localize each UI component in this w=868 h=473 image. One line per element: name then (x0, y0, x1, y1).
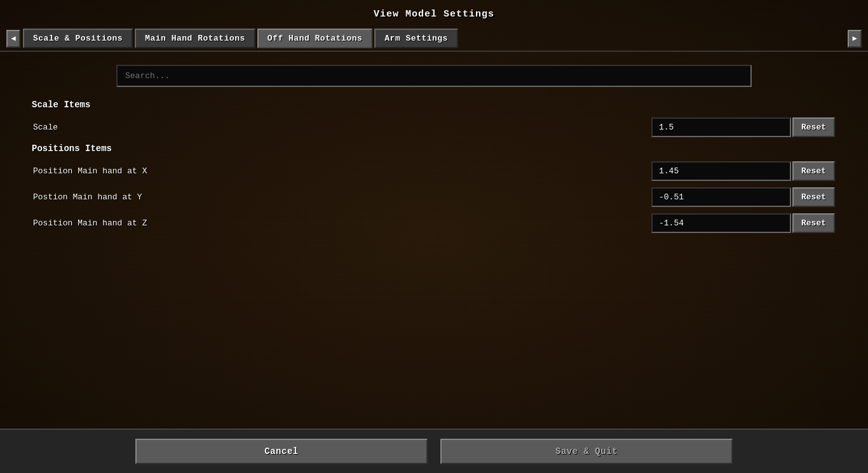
position-z-input[interactable] (651, 213, 791, 233)
window-title: View Model Settings (0, 0, 868, 26)
position-x-input[interactable] (651, 161, 791, 181)
search-input[interactable] (116, 65, 752, 87)
position-y-label: Postion Main hand at Y (33, 192, 651, 202)
scale-controls: Reset (651, 117, 835, 137)
save-quit-button[interactable]: Save & Quit (440, 439, 733, 464)
scale-setting-row: Scale Reset (32, 117, 836, 137)
tab-off-hand-rotations[interactable]: Off Hand Rotations (257, 29, 372, 48)
tab-main-hand-rotations[interactable]: Main Hand Rotations (135, 29, 255, 48)
position-y-reset-button[interactable]: Reset (792, 187, 835, 207)
positions-section: Positions Items Position Main hand at X … (32, 143, 836, 233)
position-z-controls: Reset (651, 213, 835, 233)
position-x-controls: Reset (651, 161, 835, 181)
tab-scale-positions[interactable]: Scale & Positions (23, 29, 133, 48)
tab-arm-settings[interactable]: Arm Settings (374, 29, 458, 48)
search-container (32, 65, 836, 87)
tab-nav-left-arrow[interactable]: ◀ (6, 30, 20, 48)
app-container: View Model Settings ◀ Scale & Positions … (0, 0, 868, 473)
tabs-container: Scale & Positions Main Hand Rotations Of… (23, 29, 845, 48)
scale-section: Scale Items Scale Reset (32, 100, 836, 137)
tab-nav-right-arrow[interactable]: ▶ (848, 30, 862, 48)
scale-label: Scale (33, 123, 651, 132)
position-y-input[interactable] (651, 187, 791, 207)
position-x-label: Position Main hand at X (33, 166, 651, 176)
scale-reset-button[interactable]: Reset (792, 117, 835, 137)
cancel-button[interactable]: Cancel (135, 439, 428, 464)
positions-section-header: Positions Items (32, 143, 836, 154)
main-content: Scale Items Scale Reset Positions Items … (0, 52, 868, 429)
position-z-row: Position Main hand at Z Reset (32, 213, 836, 233)
tab-navigation: ◀ Scale & Positions Main Hand Rotations … (0, 26, 868, 51)
position-x-row: Position Main hand at X Reset (32, 161, 836, 181)
position-x-reset-button[interactable]: Reset (792, 161, 835, 181)
position-z-reset-button[interactable]: Reset (792, 213, 835, 233)
position-y-row: Postion Main hand at Y Reset (32, 187, 836, 207)
bottom-bar: Cancel Save & Quit (0, 429, 868, 473)
scale-section-header: Scale Items (32, 100, 836, 110)
position-y-controls: Reset (651, 187, 835, 207)
position-z-label: Position Main hand at Z (33, 218, 651, 228)
scale-input[interactable] (651, 117, 791, 137)
